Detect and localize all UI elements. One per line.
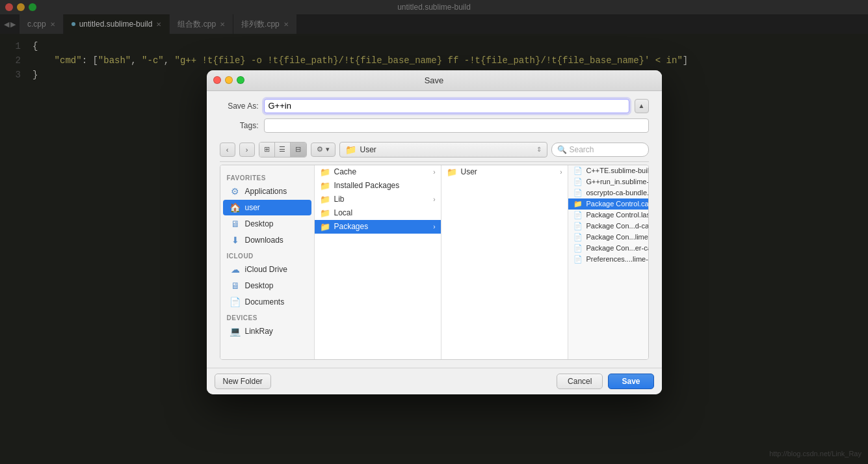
column-view-button[interactable]: ⊟ — [291, 143, 306, 157]
action-chevron: ▾ — [326, 145, 330, 154]
icon-view-button[interactable]: ⊞ — [259, 143, 275, 157]
right-file-item[interactable]: 📄 G++run_in.sublime-bu... — [568, 176, 649, 187]
sidebar-item-downloads[interactable]: ⬇ Downloads — [223, 232, 311, 248]
file-browser: Favorites ⚙ Applications 🏠 user 🖥 Deskto… — [220, 165, 649, 360]
sidebar-item-label: Applications — [245, 187, 287, 196]
save-as-label: Save As: — [220, 102, 259, 111]
right-file-item[interactable]: 📄 Package Con...er-ca-b... — [568, 243, 649, 254]
sidebar-item-icloud-documents[interactable]: 📄 Documents — [223, 294, 311, 310]
file-item-label: User — [461, 167, 477, 176]
icloud-icon: ☁ — [230, 264, 241, 275]
favorites-sidebar: Favorites ⚙ Applications 🏠 user 🖥 Deskto… — [220, 165, 315, 359]
file-item-local[interactable]: 📁 Local — [315, 206, 441, 220]
folder-icon: 📁 — [320, 208, 330, 218]
file-icon: 📄 — [573, 255, 583, 264]
desktop-icon: 🖥 — [230, 219, 241, 229]
dialog-body: Save As: ▲ Tags: ‹ › — [207, 91, 662, 368]
file-item-label: G++run_in.sublime-bu... — [586, 178, 649, 185]
file-item-lib[interactable]: 📁 Lib › — [315, 193, 441, 206]
forward-button[interactable]: › — [239, 143, 255, 157]
tags-label: Tags: — [220, 121, 259, 130]
sidebar-item-label: LinkRay — [245, 327, 273, 336]
list-view-icon: ☰ — [279, 145, 285, 154]
sidebar-item-icloud-desktop[interactable]: 🖥 Desktop — [223, 278, 311, 293]
icloud-desktop-icon: 🖥 — [230, 280, 241, 291]
save-button[interactable]: Save — [608, 374, 653, 389]
file-item-label: Lib — [334, 195, 345, 204]
folder-icon: 📁 — [345, 144, 356, 155]
file-item-installed-packages[interactable]: 📁 Installed Packages — [315, 179, 441, 193]
user-home-icon: 🏠 — [230, 202, 241, 213]
tags-input[interactable] — [264, 118, 649, 133]
sidebar-item-icloud-drive[interactable]: ☁ iCloud Drive — [223, 262, 311, 277]
sidebar-item-linkray[interactable]: 💻 LinkRay — [223, 323, 311, 339]
right-file-item[interactable]: 📄 Package Control.last-r... — [568, 210, 649, 221]
cancel-button[interactable]: Cancel — [557, 374, 603, 389]
sidebar-item-user[interactable]: 🏠 user — [223, 200, 311, 215]
folder-icon: 📁 — [320, 181, 330, 191]
location-selector[interactable]: 📁 User ⇕ — [339, 142, 547, 157]
arrow-icon: › — [433, 196, 435, 203]
file-item-label: Package Control.last-r... — [586, 211, 649, 219]
new-folder-button[interactable]: New Folder — [215, 374, 271, 389]
file-icon: 📄 — [573, 244, 583, 252]
forward-icon: › — [246, 146, 248, 154]
file-item-cache[interactable]: 📁 Cache › — [315, 165, 441, 179]
file-item-label: Installed Packages — [334, 181, 400, 190]
file-item-packages[interactable]: 📁 Packages › — [315, 220, 441, 234]
back-icon: ‹ — [226, 146, 229, 154]
file-item-label: oscrypto-ca-bundle.cr... — [586, 189, 649, 197]
action-button[interactable]: ⚙ ▾ — [311, 143, 335, 157]
right-file-item[interactable]: 📄 Preferences....lime-set... — [568, 254, 649, 265]
folder-icon: 📁 — [320, 195, 330, 204]
folder-icon: 📁 — [320, 167, 330, 177]
devices-section-title: Devices — [220, 310, 314, 323]
dialog-window-controls — [213, 76, 244, 84]
chevron-up-icon: ▲ — [638, 102, 645, 109]
chevron-toggle-button[interactable]: ▲ — [635, 99, 649, 113]
linkray-icon: 💻 — [230, 326, 241, 336]
sidebar-item-applications[interactable]: ⚙ Applications — [223, 184, 311, 199]
file-item-label: Package Control.cache — [586, 200, 649, 208]
sidebar-item-desktop[interactable]: 🖥 Desktop — [223, 216, 311, 232]
right-file-item[interactable]: 📄 Package Con...lime-se... — [568, 232, 649, 243]
save-as-row: Save As: ▲ — [220, 99, 649, 113]
location-label: User — [360, 145, 376, 154]
file-item-label: Packages — [334, 222, 369, 231]
toolbar-row: ‹ › ⊞ ☰ ⊟ ⚙ ▾ — [220, 138, 649, 162]
file-item-label: Local — [334, 208, 353, 217]
file-icon: 📄 — [573, 178, 583, 186]
dialog-minimize-button[interactable] — [225, 76, 233, 84]
search-icon: 🔍 — [557, 145, 567, 154]
location-chevron: ⇕ — [536, 146, 542, 153]
back-button[interactable]: ‹ — [220, 143, 235, 157]
right-file-item-selected[interactable]: 📁 Package Control.cache — [568, 198, 649, 210]
search-placeholder: Search — [570, 145, 594, 154]
file-icon: 📄 — [573, 233, 583, 241]
right-file-item[interactable]: 📄 Package Con...d-ca-b... — [568, 221, 649, 232]
favorites-section-title: Favorites — [220, 171, 314, 183]
file-item-user[interactable]: 📁 User › — [441, 165, 568, 179]
sidebar-item-label: Downloads — [245, 236, 283, 245]
folder-icon: 📁 — [320, 222, 330, 232]
file-item-label: Preferences....lime-set... — [586, 255, 649, 263]
right-file-item[interactable]: 📄 C++TE.sublime-build — [568, 165, 649, 176]
file-column-3: 📄 C++TE.sublime-build 📄 G++run_in.sublim… — [568, 165, 649, 359]
icloud-section-title: iCloud — [220, 249, 314, 261]
dialog-maximize-button[interactable] — [237, 76, 244, 84]
search-bar[interactable]: 🔍 Search — [551, 143, 649, 157]
file-item-label: Package Con...d-ca-b... — [586, 222, 649, 230]
column-view-icon: ⊟ — [295, 145, 301, 154]
action-icon: ⚙ — [317, 145, 323, 154]
dialog-close-button[interactable] — [213, 76, 221, 84]
save-as-input[interactable] — [264, 99, 629, 113]
right-file-item[interactable]: 📄 oscrypto-ca-bundle.cr... — [568, 187, 649, 198]
file-item-label: Cache — [334, 167, 357, 176]
dialog-footer: New Folder Cancel Save — [207, 368, 662, 394]
tags-row: Tags: — [220, 118, 649, 133]
arrow-icon: › — [560, 169, 562, 176]
list-view-button[interactable]: ☰ — [275, 143, 291, 157]
sidebar-item-label: Desktop — [245, 281, 274, 290]
icon-view-icon: ⊞ — [264, 145, 270, 154]
arrow-icon: › — [433, 169, 435, 176]
